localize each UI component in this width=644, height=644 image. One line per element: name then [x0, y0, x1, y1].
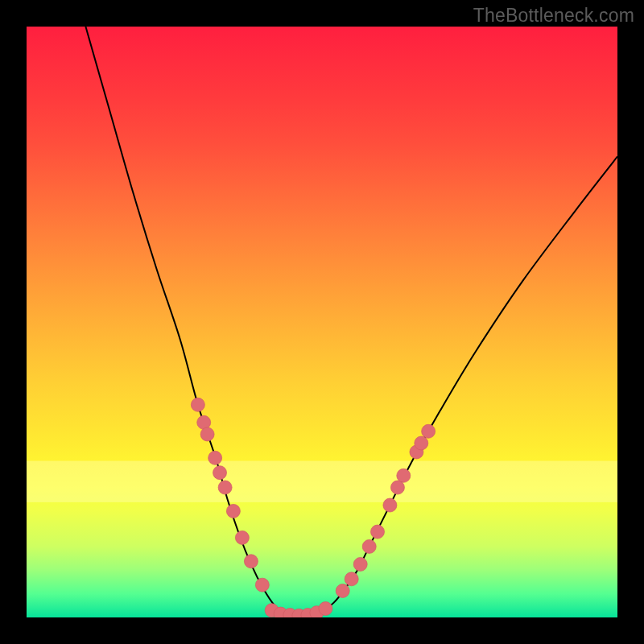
data-point: [244, 555, 258, 568]
data-point: [336, 584, 349, 597]
data-point: [213, 466, 227, 480]
plot-area: [27, 27, 617, 617]
data-point: [319, 601, 332, 615]
data-point: [383, 498, 397, 512]
data-point: [255, 578, 269, 592]
bands-layer: [27, 460, 617, 502]
data-point: [218, 481, 232, 494]
markers-layer: [191, 398, 435, 617]
data-point: [415, 436, 428, 450]
data-point: [345, 572, 358, 586]
data-point: [191, 398, 204, 411]
data-point: [353, 557, 367, 571]
data-point: [226, 504, 240, 518]
watermark-text: TheBottleneck.com: [473, 5, 634, 27]
data-point: [197, 415, 211, 429]
chart-svg: [27, 27, 617, 617]
data-point: [371, 525, 385, 539]
pale-band: [27, 460, 617, 502]
data-point: [208, 451, 222, 464]
data-point: [397, 469, 411, 482]
bottleneck-curve: [85, 27, 617, 617]
data-point: [362, 539, 376, 553]
data-point: [422, 424, 436, 438]
chart-canvas: TheBottleneck.com: [0, 0, 644, 644]
data-point: [200, 427, 214, 441]
data-point: [235, 530, 249, 544]
